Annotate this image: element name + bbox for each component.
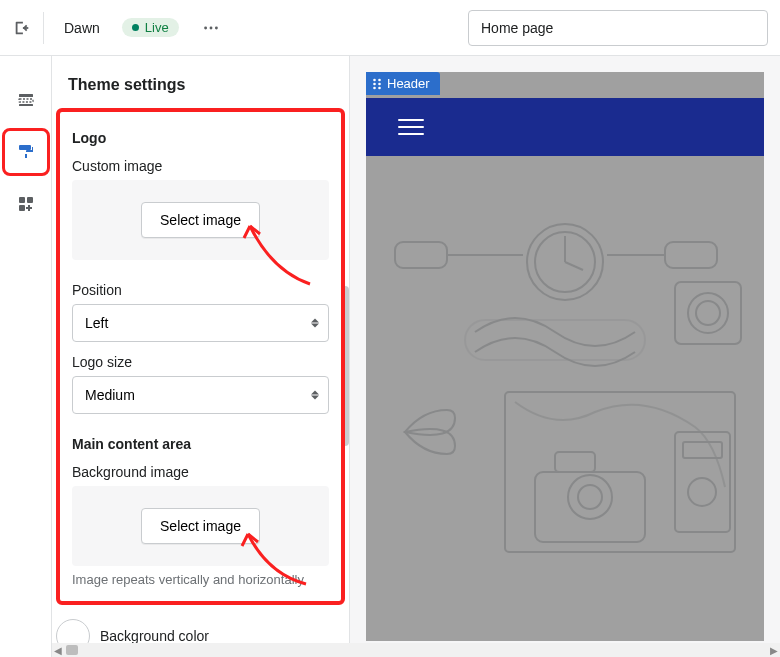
svg-point-0 — [204, 26, 207, 29]
bg-image-picker: Select image — [72, 486, 329, 566]
horizontal-scrollbar[interactable]: ◀ ▶ — [52, 643, 780, 657]
svg-point-12 — [378, 82, 381, 85]
drag-handle-icon — [372, 78, 382, 90]
custom-image-label: Custom image — [72, 158, 329, 174]
page-selector-input[interactable] — [468, 10, 768, 46]
svg-point-10 — [378, 78, 381, 81]
exit-icon — [13, 19, 31, 37]
svg-rect-15 — [395, 242, 447, 268]
theme-name: Dawn — [64, 20, 100, 36]
icon-rail — [0, 56, 52, 657]
settings-panel: Theme settings Logo Custom image Select … — [52, 56, 350, 657]
svg-rect-22 — [665, 242, 717, 268]
preview-header-bar — [366, 98, 764, 156]
svg-point-34 — [688, 478, 716, 506]
logo-section-label: Logo — [72, 130, 329, 146]
apps-nav-button[interactable] — [6, 184, 46, 224]
svg-point-30 — [578, 485, 602, 509]
scroll-left-arrow-icon[interactable]: ◀ — [52, 644, 64, 656]
status-dot-icon — [132, 24, 139, 31]
logo-image-picker: Select image — [72, 180, 329, 260]
svg-point-2 — [215, 26, 218, 29]
main-content-section-label: Main content area — [72, 436, 329, 452]
logo-size-select[interactable]: Medium — [72, 376, 329, 414]
exit-button[interactable] — [12, 12, 44, 44]
status-badge: Live — [122, 18, 179, 37]
apps-icon — [16, 194, 36, 214]
svg-rect-5 — [19, 104, 33, 106]
position-select[interactable]: Left — [72, 304, 329, 342]
preview-hero-illustration — [366, 222, 764, 641]
svg-rect-4 — [19, 99, 33, 102]
position-label: Position — [72, 282, 329, 298]
svg-rect-28 — [535, 472, 645, 542]
svg-rect-6 — [19, 197, 25, 203]
svg-rect-31 — [555, 452, 595, 472]
topbar: Dawn Live — [0, 0, 780, 56]
scrollbar-thumb[interactable] — [66, 645, 78, 655]
svg-point-9 — [373, 78, 376, 81]
panel-title: Theme settings — [52, 56, 349, 108]
preview-frame: Header — [366, 72, 764, 641]
hamburger-menu-button[interactable] — [398, 119, 424, 135]
highlighted-region: Logo Custom image Select image Position … — [56, 108, 345, 605]
svg-rect-8 — [19, 205, 25, 211]
svg-rect-3 — [19, 94, 33, 97]
bg-select-image-button[interactable]: Select image — [141, 508, 260, 544]
preview-area: Header — [350, 56, 780, 657]
svg-point-14 — [378, 86, 381, 89]
header-tag-label: Header — [387, 76, 430, 91]
svg-point-25 — [696, 301, 720, 325]
svg-point-1 — [209, 26, 212, 29]
svg-rect-7 — [27, 197, 33, 203]
bg-repeat-note: Image repeats vertically and horizontall… — [72, 572, 329, 587]
logo-size-label: Logo size — [72, 354, 329, 370]
status-label: Live — [145, 20, 169, 35]
sections-icon — [16, 90, 36, 110]
svg-point-24 — [688, 293, 728, 333]
bg-color-label: Background color — [100, 628, 209, 644]
bg-image-label: Background image — [72, 464, 329, 480]
paint-roller-icon — [16, 142, 36, 162]
header-selection-tag[interactable]: Header — [366, 72, 440, 95]
theme-settings-nav-button[interactable] — [6, 132, 46, 172]
svg-rect-23 — [675, 282, 741, 344]
logo-select-image-button[interactable]: Select image — [141, 202, 260, 238]
svg-point-13 — [373, 86, 376, 89]
more-horizontal-icon — [202, 19, 220, 37]
scroll-right-arrow-icon[interactable]: ▶ — [768, 644, 780, 656]
sections-nav-button[interactable] — [6, 80, 46, 120]
svg-rect-26 — [465, 320, 645, 360]
more-button[interactable] — [195, 12, 227, 44]
svg-line-20 — [565, 262, 583, 270]
svg-point-29 — [568, 475, 612, 519]
svg-point-11 — [373, 82, 376, 85]
main-layout: Theme settings Logo Custom image Select … — [0, 56, 780, 657]
